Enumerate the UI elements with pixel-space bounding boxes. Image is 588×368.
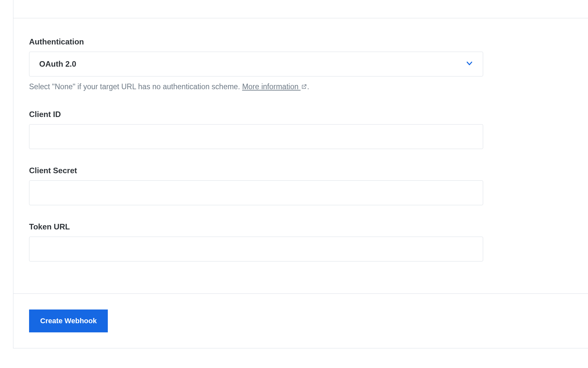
authentication-group: Authentication OAuth 2.0 Select "None" i… — [29, 37, 572, 93]
create-webhook-button[interactable]: Create Webhook — [29, 309, 108, 332]
client-secret-group: Client Secret — [29, 166, 572, 205]
authentication-help: Select "None" if your target URL has no … — [29, 81, 572, 93]
client-secret-label: Client Secret — [29, 166, 572, 175]
token-url-group: Token URL — [29, 222, 572, 261]
authentication-select[interactable]: OAuth 2.0 — [29, 52, 483, 76]
client-id-input[interactable] — [29, 124, 483, 149]
token-url-label: Token URL — [29, 222, 572, 231]
create-webhook-label: Create Webhook — [40, 317, 97, 325]
more-information-link[interactable]: More information — [242, 82, 307, 91]
more-information-text: More information — [242, 82, 301, 91]
form-body: Authentication OAuth 2.0 Select "None" i… — [13, 18, 588, 293]
external-link-icon — [301, 81, 307, 93]
authentication-help-suffix: . — [307, 82, 309, 91]
authentication-label: Authentication — [29, 37, 572, 46]
form-footer: Create Webhook — [13, 293, 588, 348]
token-url-input[interactable] — [29, 237, 483, 261]
authentication-select-wrap: OAuth 2.0 — [29, 52, 483, 76]
authentication-help-prefix: Select "None" if your target URL has no … — [29, 82, 242, 91]
panel-upper-section — [13, 0, 588, 18]
client-id-label: Client ID — [29, 110, 572, 119]
client-secret-input[interactable] — [29, 180, 483, 205]
authentication-selected-value: OAuth 2.0 — [39, 59, 76, 68]
client-id-group: Client ID — [29, 110, 572, 149]
